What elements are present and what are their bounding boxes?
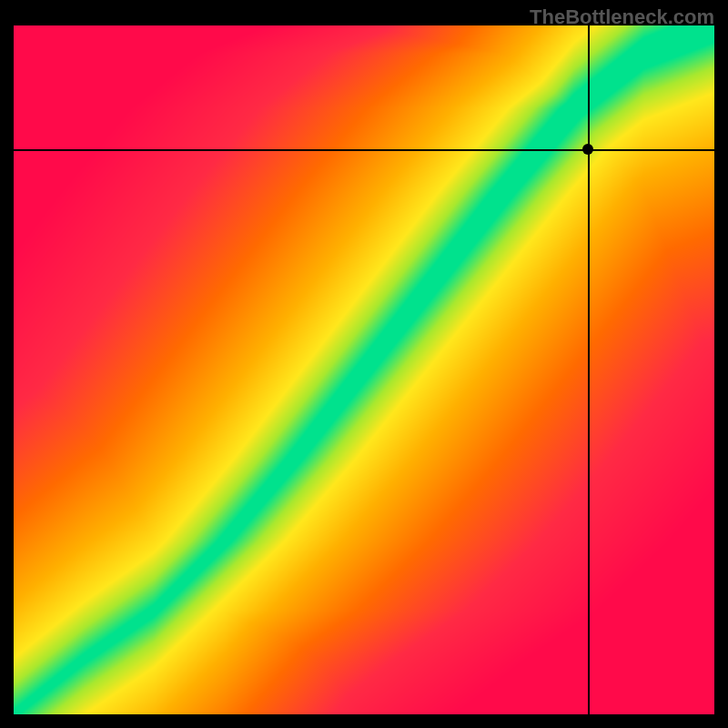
heatmap-canvas	[14, 25, 714, 714]
chart-container: TheBottleneck.com	[0, 0, 728, 728]
watermark-text: TheBottleneck.com	[530, 5, 714, 29]
heatmap-plot	[14, 25, 714, 714]
crosshair-horizontal	[14, 149, 714, 151]
marker-dot	[582, 144, 593, 155]
crosshair-vertical	[588, 25, 590, 714]
